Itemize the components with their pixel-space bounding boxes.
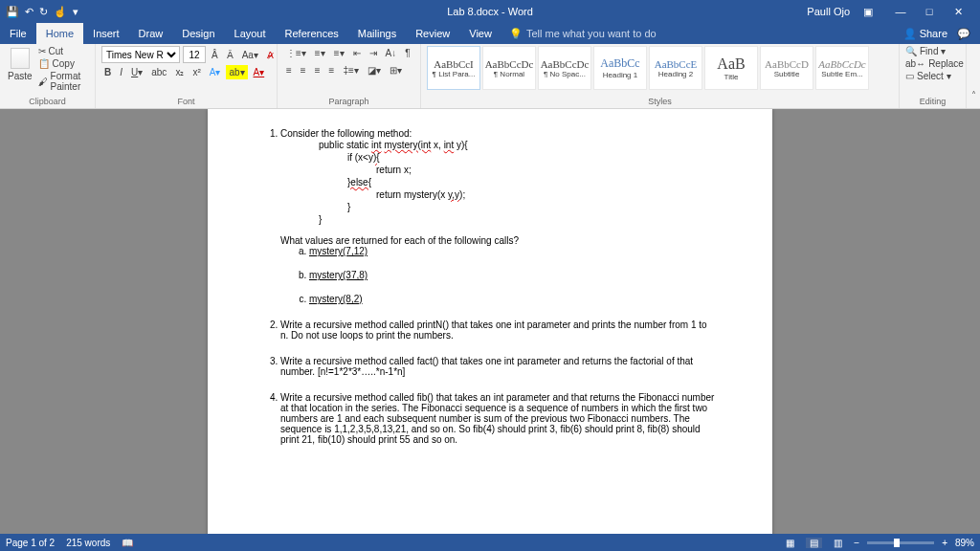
qat-dropdown-icon[interactable]: ▾ xyxy=(73,6,78,18)
ribbon: Paste ✂ Cut 📋 Copy 🖌 Format Painter Clip… xyxy=(0,44,980,109)
minimize-button[interactable]: — xyxy=(886,6,915,18)
style-list-paragraph[interactable]: AaBbCcI¶ List Para... xyxy=(427,46,480,90)
underline-button[interactable]: U▾ xyxy=(128,65,145,79)
style-subtitle[interactable]: AaBbCcDSubtitle xyxy=(760,46,813,90)
style-heading-2[interactable]: AaBbCcEHeading 2 xyxy=(649,46,702,90)
cut-button[interactable]: ✂ Cut xyxy=(38,46,89,56)
superscript-button[interactable]: x² xyxy=(189,65,203,79)
dec-indent-button[interactable]: ⇤ xyxy=(350,46,364,60)
italic-button[interactable]: I xyxy=(117,65,125,79)
menu-bar: File Home Insert Draw Design Layout Refe… xyxy=(0,23,980,44)
align-center-button[interactable]: ≡ xyxy=(298,63,309,77)
select-button[interactable]: ▭ Select ▾ xyxy=(905,71,960,81)
tab-insert[interactable]: Insert xyxy=(83,23,129,44)
share-button[interactable]: 👤 Share xyxy=(903,28,947,40)
document-area[interactable]: Consider the following method: public st… xyxy=(0,109,980,534)
undo-icon[interactable]: ↶ xyxy=(25,6,33,18)
word-count[interactable]: 215 words xyxy=(66,538,110,548)
tab-draw[interactable]: Draw xyxy=(129,23,173,44)
style-normal[interactable]: AaBbCcDc¶ Normal xyxy=(482,46,536,90)
borders-button[interactable]: ⊞▾ xyxy=(387,63,405,77)
close-button[interactable]: ✕ xyxy=(944,6,972,18)
zoom-in-button[interactable]: + xyxy=(942,538,947,548)
document-page[interactable]: Consider the following method: public st… xyxy=(208,109,772,534)
tab-mailings[interactable]: Mailings xyxy=(348,23,406,44)
font-name-select[interactable]: Times New R xyxy=(101,46,180,63)
shrink-font-button[interactable]: Ǎ xyxy=(224,48,236,62)
zoom-out-button[interactable]: − xyxy=(854,538,859,548)
touch-mode-icon[interactable]: ☝ xyxy=(54,6,67,18)
group-editing: 🔍 Find ▾ ab↔ Replace ▭ Select ▾ Editing xyxy=(900,44,967,108)
tab-home[interactable]: Home xyxy=(36,23,83,44)
font-label: Font xyxy=(101,95,271,106)
zoom-level[interactable]: 89% xyxy=(955,538,974,548)
align-left-button[interactable]: ≡ xyxy=(283,63,295,77)
style-heading-1[interactable]: AaBbCcHeading 1 xyxy=(593,46,647,90)
font-size-input[interactable] xyxy=(183,46,206,63)
q4: Write a recursive method called fib() th… xyxy=(280,392,715,445)
redo-icon[interactable]: ↻ xyxy=(39,6,48,18)
document-title: Lab 8.docx - Word xyxy=(447,6,533,17)
tab-layout[interactable]: Layout xyxy=(225,23,276,44)
collapse-ribbon-button[interactable]: ˄ xyxy=(967,44,980,108)
text-effects-button[interactable]: A▾ xyxy=(207,65,224,79)
tell-me-search[interactable]: 💡 Tell me what you want to do xyxy=(501,28,657,40)
read-mode-button[interactable]: ▦ xyxy=(782,538,798,548)
bold-button[interactable]: B xyxy=(101,65,114,79)
numbering-button[interactable]: ≡▾ xyxy=(312,46,328,60)
group-styles: AaBbCcI¶ List Para... AaBbCcDc¶ Normal A… xyxy=(421,44,900,108)
strike-button[interactable]: abc xyxy=(148,65,169,79)
shading-button[interactable]: ◪▾ xyxy=(365,63,384,77)
web-layout-button[interactable]: ▥ xyxy=(830,538,846,548)
tab-file[interactable]: File xyxy=(0,23,36,44)
style-subtle-emphasis[interactable]: AaBbCcDcSubtle Em... xyxy=(815,46,869,90)
align-right-button[interactable]: ≡ xyxy=(312,63,323,77)
sort-button[interactable]: A↓ xyxy=(383,46,400,60)
page-indicator[interactable]: Page 1 of 2 xyxy=(6,538,55,548)
show-marks-button[interactable]: ¶ xyxy=(402,46,412,60)
change-case-button[interactable]: Aa▾ xyxy=(239,48,261,62)
font-color-button[interactable]: A▾ xyxy=(251,65,268,79)
zoom-slider[interactable] xyxy=(867,541,934,544)
style-no-spacing[interactable]: AaBbCcDc¶ No Spac... xyxy=(538,46,591,90)
q1-code-block: public static int mystery(int x, int y){… xyxy=(280,139,715,226)
proofing-icon[interactable]: 📖 xyxy=(122,538,133,548)
tab-review[interactable]: Review xyxy=(406,23,459,44)
grow-font-button[interactable]: Â xyxy=(209,48,221,62)
save-icon[interactable]: 💾 xyxy=(6,6,19,18)
q3: Write a recursive method called fact() t… xyxy=(280,356,715,377)
editing-label: Editing xyxy=(905,95,960,106)
q1-intro: Consider the following method: xyxy=(280,128,412,139)
tab-references[interactable]: References xyxy=(276,23,348,44)
inc-indent-button[interactable]: ⇥ xyxy=(367,46,380,60)
user-name[interactable]: Paull Ojo xyxy=(807,6,850,17)
copy-button[interactable]: 📋 Copy xyxy=(38,58,89,69)
tab-view[interactable]: View xyxy=(459,23,501,44)
replace-button[interactable]: ab↔ Replace xyxy=(905,58,960,69)
highlight-button[interactable]: ab▾ xyxy=(226,65,247,79)
subscript-button[interactable]: x₂ xyxy=(172,65,187,79)
group-paragraph: ⋮≡▾ ≡▾ ≡▾ ⇤ ⇥ A↓ ¶ ≡ ≡ ≡ ≡ ‡≡▾ ◪▾ ⊞▾ Par… xyxy=(278,44,421,108)
styles-label: Styles xyxy=(427,95,893,106)
print-layout-button[interactable]: ▤ xyxy=(806,538,822,548)
bullets-button[interactable]: ⋮≡▾ xyxy=(283,46,309,60)
clear-format-button[interactable]: A̷ xyxy=(264,48,277,62)
title-bar: 💾 ↶ ↻ ☝ ▾ Lab 8.docx - Word Paull Ojo ▣ … xyxy=(0,0,980,23)
style-title[interactable]: AaBTitle xyxy=(704,46,758,90)
status-bar: Page 1 of 2 215 words 📖 ▦ ▤ ▥ − + 89% xyxy=(0,534,980,551)
maximize-button[interactable]: □ xyxy=(915,6,944,18)
ribbon-options-icon[interactable]: ▣ xyxy=(863,6,873,18)
comments-icon[interactable]: 💬 xyxy=(957,28,970,40)
paste-button[interactable]: Paste xyxy=(6,46,34,92)
justify-button[interactable]: ≡ xyxy=(326,63,338,77)
find-button[interactable]: 🔍 Find ▾ xyxy=(905,46,960,56)
tab-design[interactable]: Design xyxy=(172,23,224,44)
q1-question: What values are returned for each of the… xyxy=(280,235,715,246)
clipboard-label: Clipboard xyxy=(6,95,89,106)
line-spacing-button[interactable]: ‡≡▾ xyxy=(340,63,361,77)
q2: Write a recursive method called printN()… xyxy=(280,320,715,341)
group-clipboard: Paste ✂ Cut 📋 Copy 🖌 Format Painter Clip… xyxy=(0,44,96,108)
q1-b: mystery(37,8) xyxy=(309,270,715,280)
multilevel-button[interactable]: ≡▾ xyxy=(331,46,347,60)
format-painter-button[interactable]: 🖌 Format Painter xyxy=(38,71,89,92)
